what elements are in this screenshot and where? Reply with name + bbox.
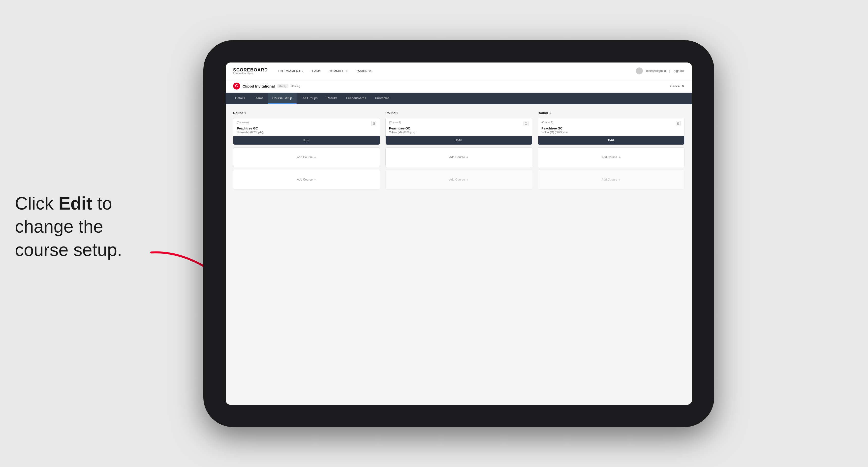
sub-header-left: C Clippd Invitational (Men) Hosting — [233, 83, 300, 90]
nav-links: TOURNAMENTS TEAMS COMMITTEE RANKINGS — [278, 69, 372, 73]
plus-icon-2: + — [314, 178, 316, 182]
user-email: blair@clippd.io — [646, 69, 666, 73]
nav-separator: | — [669, 69, 670, 73]
round-2-course-delete-button[interactable]: ⊡ — [524, 121, 528, 126]
course-delete-button[interactable]: ⊡ — [371, 121, 376, 126]
nav-link-teams[interactable]: TEAMS — [310, 69, 321, 73]
top-navbar: SCOREBOARD Powered by clippd TOURNAMENTS… — [226, 62, 692, 80]
round-3-course-name: Peachtree GC — [538, 126, 684, 130]
nav-link-committee[interactable]: COMMITTEE — [329, 69, 348, 73]
round-3-course-card-header: (Course A) ⊡ — [538, 118, 684, 126]
round-3-add-course-label-2: Add Course + — [601, 178, 621, 182]
sub-header: C Clippd Invitational (Men) Hosting Canc… — [226, 80, 692, 93]
nav-right: blair@clippd.io | Sign out — [636, 67, 684, 74]
main-content: Round 1 (Course A) ⊡ Peachtree GC Yellow… — [226, 104, 692, 405]
course-details: Yellow (M) (6629 yds) — [234, 130, 380, 136]
round-1-add-course-1[interactable]: Add Course + — [233, 147, 380, 167]
round-3-plus-icon-2: + — [619, 178, 621, 182]
round-2-add-course-label-2: Add Course + — [449, 178, 468, 182]
tab-navigation: Details Teams Course Setup Tee Groups Re… — [226, 93, 692, 104]
round-2-course-card: (Course A) ⊡ Peachtree GC Yellow (M) (66… — [385, 118, 532, 145]
rounds-container: Round 1 (Course A) ⊡ Peachtree GC Yellow… — [233, 111, 684, 192]
round-2-course-name: Peachtree GC — [385, 126, 532, 130]
tab-details[interactable]: Details — [230, 93, 249, 104]
round-2-plus-icon: + — [466, 155, 468, 159]
round-3-course-details: Yellow (M) (6629 yds) — [538, 130, 684, 136]
round-1-column: Round 1 (Course A) ⊡ Peachtree GC Yellow… — [233, 111, 380, 192]
round-3-column: Round 3 (Course A) ⊡ Peachtree GC Yellow… — [538, 111, 684, 192]
gender-badge: (Men) — [277, 84, 288, 88]
round-2-course-details: Yellow (M) (6629 yds) — [385, 130, 532, 136]
round-2-add-course-2-disabled: Add Course + — [385, 169, 532, 189]
round-3-course-delete-button[interactable]: ⊡ — [676, 121, 681, 126]
round-1-title: Round 1 — [233, 111, 380, 115]
tablet-screen: SCOREBOARD Powered by clippd TOURNAMENTS… — [226, 62, 692, 405]
course-card-header: (Course A) ⊡ — [234, 118, 380, 126]
cancel-x-icon: ✕ — [682, 84, 684, 88]
round-3-plus-icon: + — [619, 155, 621, 159]
hosting-badge: Hosting — [291, 85, 300, 88]
round-1-edit-button[interactable]: Edit — [234, 136, 380, 145]
tab-tee-groups[interactable]: Tee Groups — [297, 93, 322, 104]
round-3-add-course-label-1: Add Course + — [601, 155, 621, 159]
tab-printables[interactable]: Printables — [371, 93, 394, 104]
scoreboard-logo: SCOREBOARD Powered by clippd — [233, 68, 268, 74]
round-2-add-course-1[interactable]: Add Course + — [385, 147, 532, 167]
round-3-course-a-label: (Course A) — [541, 121, 553, 124]
nav-link-rankings[interactable]: RANKINGS — [355, 69, 372, 73]
annotation-text: Click Edit to change the course setup. — [15, 192, 188, 261]
round-2-plus-icon-2: + — [466, 178, 468, 182]
tablet-device: SCOREBOARD Powered by clippd TOURNAMENTS… — [204, 40, 714, 427]
round-2-course-card-header: (Course A) ⊡ — [385, 118, 532, 126]
round-1-add-course-2[interactable]: Add Course + — [233, 169, 380, 189]
tab-results[interactable]: Results — [322, 93, 342, 104]
clippd-logo: C — [233, 83, 240, 90]
round-2-edit-button[interactable]: Edit — [385, 136, 532, 145]
annotation-bold: Edit — [59, 193, 92, 213]
tab-teams[interactable]: Teams — [249, 93, 268, 104]
tournament-name: Clippd Invitational — [243, 84, 275, 88]
sign-out-link[interactable]: Sign out — [674, 69, 684, 73]
scene: Click Edit to change the course setup. S… — [0, 0, 868, 467]
cancel-button[interactable]: Cancel ✕ — [670, 84, 684, 88]
plus-icon: + — [314, 155, 316, 159]
tab-leaderboards[interactable]: Leaderboards — [342, 93, 371, 104]
nav-left: SCOREBOARD Powered by clippd TOURNAMENTS… — [233, 68, 372, 74]
nav-link-tournaments[interactable]: TOURNAMENTS — [278, 69, 303, 73]
course-a-label: (Course A) — [237, 121, 249, 124]
tab-course-setup[interactable]: Course Setup — [268, 93, 297, 104]
round-2-title: Round 2 — [385, 111, 532, 115]
add-course-label-1: Add Course + — [297, 155, 316, 159]
course-name: Peachtree GC — [234, 126, 380, 130]
round-2-add-course-label-1: Add Course + — [449, 155, 468, 159]
round-3-add-course-2-disabled: Add Course + — [538, 169, 684, 189]
round-2-column: Round 2 (Course A) ⊡ Peachtree GC Yellow… — [385, 111, 532, 192]
logo-sub: Powered by clippd — [233, 72, 268, 74]
round-2-course-a-label: (Course A) — [389, 121, 401, 124]
round-3-course-card: (Course A) ⊡ Peachtree GC Yellow (M) (66… — [538, 118, 684, 145]
logo-title: SCOREBOARD — [233, 68, 268, 72]
round-3-add-course-1[interactable]: Add Course + — [538, 147, 684, 167]
add-course-label-2: Add Course + — [297, 178, 316, 182]
round-3-title: Round 3 — [538, 111, 684, 115]
round-1-course-card: (Course A) ⊡ Peachtree GC Yellow (M) (66… — [233, 118, 380, 145]
user-avatar — [636, 67, 643, 74]
round-3-edit-button[interactable]: Edit — [538, 136, 684, 145]
